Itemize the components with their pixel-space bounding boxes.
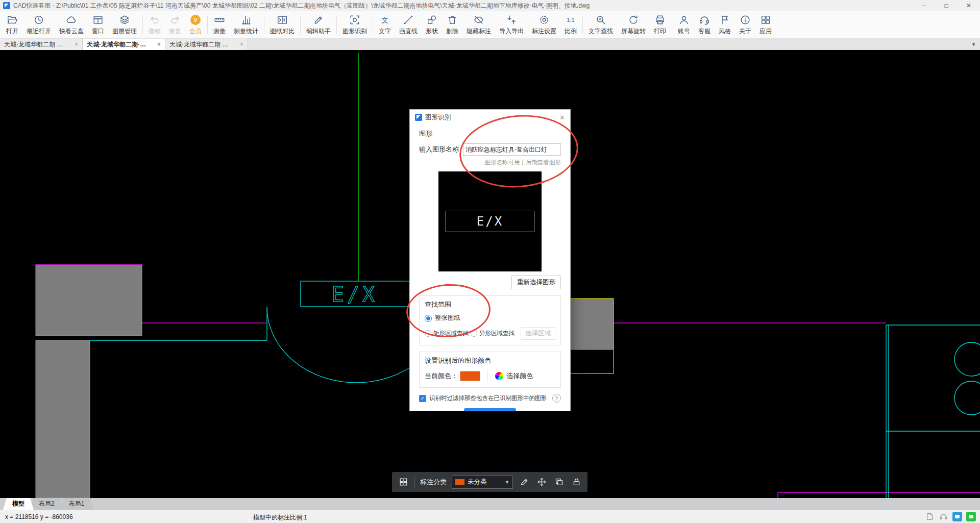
printer-icon <box>654 14 666 26</box>
toolbar-label: 撤销 <box>149 27 161 36</box>
toolbar-button-import-export[interactable]: 导入导出 <box>495 13 528 37</box>
category-dropdown[interactable]: 未分类 ▼ <box>452 476 513 489</box>
lock-annotation-icon[interactable] <box>570 476 582 488</box>
tab-close-icon[interactable]: × <box>157 41 161 48</box>
window-panes-icon <box>92 14 104 26</box>
toolbar-separator <box>207 16 208 34</box>
toolbar-button-scale[interactable]: 1:1比例 <box>560 13 581 37</box>
wechat-icon[interactable] <box>966 512 976 521</box>
toolbar-button-text[interactable]: 文文字 <box>375 13 395 37</box>
toolbar-label: 风格 <box>719 27 731 36</box>
select-area-button[interactable]: 选择区域 <box>521 327 555 340</box>
toolbar-button-delete[interactable]: 删除 <box>442 13 462 37</box>
toolbar-button-apps[interactable]: 应用 <box>755 13 776 37</box>
text-icon: 文 <box>379 14 390 26</box>
toolbar-button-undo[interactable]: 撤销 <box>144 13 165 37</box>
sheet-tab-bar: 模型 布局2 布局1 <box>0 498 980 510</box>
toolbar-button-drawing-compare[interactable]: 图纸对比 <box>266 13 299 37</box>
toolbar-button-hide-annotations[interactable]: 隐藏标注 <box>462 13 495 37</box>
toolbar-label: 测量 <box>213 27 226 36</box>
color-wheel-icon <box>495 372 503 380</box>
choose-color-button[interactable]: 选择颜色 <box>495 371 533 381</box>
sheet-tab-model[interactable]: 模型 <box>3 498 34 510</box>
toolbar-button-edit-assistant[interactable]: 编辑助手 <box>302 13 335 37</box>
toolbar-button-measure[interactable]: 测量 <box>209 13 230 37</box>
radio-rect-area-label[interactable]: 矩形区域查找 <box>433 330 469 337</box>
filter-checkbox-label[interactable]: 识别时过滤掉那些包含在已识别图形中的图形 <box>429 394 549 402</box>
toolbar-button-recent[interactable]: 最近打开 <box>22 13 55 37</box>
toolbar-button-measure-stats[interactable]: 测量统计 <box>230 13 262 37</box>
toolbar-label: 账号 <box>678 27 690 36</box>
doc-tab-3[interactable]: 天城·龙域华都二期 … × <box>165 39 248 50</box>
toolbar-label: 客服 <box>698 27 710 36</box>
radio-whole-drawing[interactable] <box>425 315 432 322</box>
scan-frame-icon <box>349 14 360 26</box>
toolbar-separator <box>672 16 672 34</box>
move-annotation-icon[interactable] <box>535 476 548 488</box>
toolbar-button-account[interactable]: 账号 <box>674 13 694 37</box>
feedback-icon[interactable] <box>925 512 935 521</box>
maximize-button[interactable]: □ <box>935 0 958 11</box>
help-icon[interactable]: ? <box>552 394 561 403</box>
toolbar-button-window[interactable]: 窗口 <box>88 13 108 37</box>
shape-name-input[interactable] <box>463 143 561 156</box>
service-icon[interactable] <box>939 512 948 521</box>
toolbar-button-open[interactable]: 打开 <box>2 13 22 37</box>
toolbar-button-print[interactable]: 打印 <box>650 13 670 37</box>
category-grid-icon[interactable] <box>397 476 409 488</box>
apps-grid-icon <box>760 14 771 26</box>
toolbar-button-about[interactable]: 关于 <box>735 13 755 37</box>
toolbar-button-cloud-disk[interactable]: 快看云盘 <box>55 13 88 37</box>
radio-poly-area[interactable] <box>471 330 477 337</box>
shape-name-row: 输入图形名称 <box>419 143 561 156</box>
edit-annotation-icon[interactable] <box>518 476 530 488</box>
dialog-close-icon[interactable]: ✕ <box>559 114 565 121</box>
toolbar-button-draw-line[interactable]: 画直线 <box>395 13 422 37</box>
info-icon <box>740 14 751 26</box>
toolbar-button-shape-recognition[interactable]: 图形识别 <box>338 13 371 37</box>
toolbar-label: 应用 <box>760 27 772 36</box>
toolbar-label: 恢复 <box>169 27 181 36</box>
toolbar-button-customer-service[interactable]: 客服 <box>694 13 715 37</box>
doc-tab-label: 天城·龙域华都二期·… <box>87 40 155 49</box>
toolbar-button-style[interactable]: 风格 <box>715 13 735 37</box>
reselect-shape-button[interactable]: 重新选择图形 <box>511 276 561 289</box>
toolbar-button-vip[interactable]: V会员 <box>185 13 206 37</box>
toolbar-label: 最近打开 <box>27 27 51 36</box>
tab-close-icon[interactable]: × <box>75 41 78 48</box>
search-scope-group: 查找范围 整张图纸 矩形区域查找 异形区域查找 选择区域 <box>419 295 561 345</box>
toolbar-button-layers[interactable]: 图层管理 <box>108 13 141 37</box>
dialog-title-bar[interactable]: 图形识别 ✕ <box>410 110 570 125</box>
scale-ratio-icon: 1:1 <box>565 14 576 26</box>
sheet-tab-layout1[interactable]: 布局1 <box>60 498 94 510</box>
doc-tab-2-active[interactable]: 天城·龙域华都二期·… × <box>83 39 165 50</box>
scope-area-row: 矩形区域查找 异形区域查找 选择区域 <box>425 327 555 340</box>
preview-shape-outline: E/X <box>446 211 534 232</box>
radio-rect-area[interactable] <box>425 330 431 337</box>
toolbar-label: 打开 <box>6 27 18 36</box>
qq-icon[interactable] <box>952 512 962 521</box>
toolbar-button-text-search[interactable]: A文字查找 <box>584 13 617 37</box>
filter-row: ✓ 识别时过滤掉那些包含在已识别图形中的图形 ? <box>419 394 561 403</box>
toolbar-button-annotation-settings[interactable]: 标注设置 <box>528 13 560 37</box>
radio-whole-drawing-label[interactable]: 整张图纸 <box>435 314 460 322</box>
filter-checkbox[interactable]: ✓ <box>419 395 426 402</box>
current-color-swatch[interactable] <box>460 371 480 381</box>
toolbar-label: 比例 <box>565 27 577 36</box>
toolbar-button-screen-rotate[interactable]: 屏幕旋转 <box>617 13 650 37</box>
toolbar-button-redo[interactable]: 恢复 <box>165 13 185 37</box>
tab-list-arrow-icon[interactable]: ▼ <box>971 39 976 50</box>
flag-icon <box>719 14 730 26</box>
layers-icon <box>119 14 130 26</box>
close-button[interactable]: ✕ <box>958 0 980 11</box>
toolbar-button-shapes[interactable]: 形状 <box>422 13 442 37</box>
toolbar-label: 标注设置 <box>532 27 556 36</box>
radio-poly-area-label[interactable]: 异形区域查找 <box>479 330 514 337</box>
minimize-button[interactable]: ─ <box>913 0 935 11</box>
import-export-icon <box>506 14 517 26</box>
tab-close-icon[interactable]: × <box>240 41 243 48</box>
copy-annotation-icon[interactable] <box>553 476 565 488</box>
start-recognition-button[interactable]: 开始识别 <box>464 408 516 411</box>
sheet-tab-layout2[interactable]: 布局2 <box>30 498 64 510</box>
doc-tab-1[interactable]: 天城·龙域华都二期 … × <box>0 39 83 50</box>
